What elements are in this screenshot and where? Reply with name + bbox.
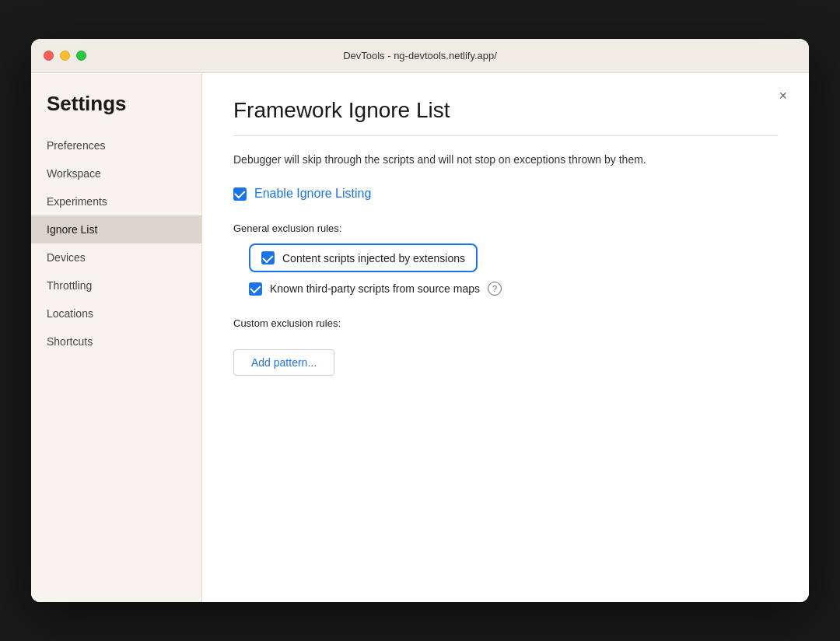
sidebar: Settings Preferences Workspace Experimen… bbox=[31, 73, 202, 602]
third-party-label: Known third-party scripts from source ma… bbox=[270, 282, 480, 295]
third-party-checkbox[interactable] bbox=[249, 282, 262, 296]
custom-exclusion-section: Custom exclusion rules: Add pattern... bbox=[233, 317, 778, 376]
content-area: Settings Preferences Workspace Experimen… bbox=[31, 73, 809, 602]
sidebar-item-shortcuts[interactable]: Shortcuts bbox=[31, 328, 201, 356]
add-pattern-button[interactable]: Add pattern... bbox=[233, 349, 334, 376]
description-text: Debugger will skip through the scripts a… bbox=[233, 152, 684, 168]
sidebar-item-workspace[interactable]: Workspace bbox=[31, 159, 201, 187]
highlight-box: Content scripts injected by extensions bbox=[249, 243, 478, 272]
enable-ignore-listing-row: Enable Ignore Listing bbox=[233, 187, 778, 201]
content-scripts-label: Content scripts injected by extensions bbox=[282, 252, 465, 264]
help-icon[interactable]: ? bbox=[488, 282, 502, 296]
page-title: Framework Ignore List bbox=[233, 98, 778, 123]
custom-exclusion-label: Custom exclusion rules: bbox=[233, 317, 778, 329]
enable-ignore-listing-checkbox[interactable] bbox=[233, 187, 247, 201]
sidebar-item-devices[interactable]: Devices bbox=[31, 243, 201, 271]
rules-section: Content scripts injected by extensions K… bbox=[233, 243, 778, 296]
close-button[interactable]: × bbox=[772, 86, 793, 106]
general-exclusion-label: General exclusion rules: bbox=[233, 222, 778, 234]
titlebar: DevTools - ng-devtools.netlify.app/ bbox=[31, 39, 809, 73]
window: DevTools - ng-devtools.netlify.app/ Sett… bbox=[31, 39, 809, 602]
minimize-button-traffic[interactable] bbox=[60, 51, 70, 61]
sidebar-item-locations[interactable]: Locations bbox=[31, 299, 201, 328]
rule-row-content-scripts: Content scripts injected by extensions bbox=[249, 243, 778, 272]
title-divider bbox=[233, 135, 778, 136]
content-scripts-checkbox[interactable] bbox=[261, 251, 275, 264]
enable-ignore-listing-label: Enable Ignore Listing bbox=[254, 187, 371, 201]
sidebar-item-preferences[interactable]: Preferences bbox=[31, 131, 201, 159]
close-button-traffic[interactable] bbox=[44, 51, 54, 61]
sidebar-heading: Settings bbox=[31, 92, 201, 131]
window-title: DevTools - ng-devtools.netlify.app/ bbox=[343, 50, 497, 61]
maximize-button-traffic[interactable] bbox=[76, 51, 86, 61]
main-panel: × Framework Ignore List Debugger will sk… bbox=[202, 73, 809, 602]
sidebar-item-ignore-list[interactable]: Ignore List bbox=[31, 215, 201, 243]
rule-row-third-party: Known third-party scripts from source ma… bbox=[249, 282, 778, 296]
sidebar-item-experiments[interactable]: Experiments bbox=[31, 187, 201, 215]
traffic-lights bbox=[44, 51, 86, 61]
sidebar-item-throttling[interactable]: Throttling bbox=[31, 271, 201, 299]
